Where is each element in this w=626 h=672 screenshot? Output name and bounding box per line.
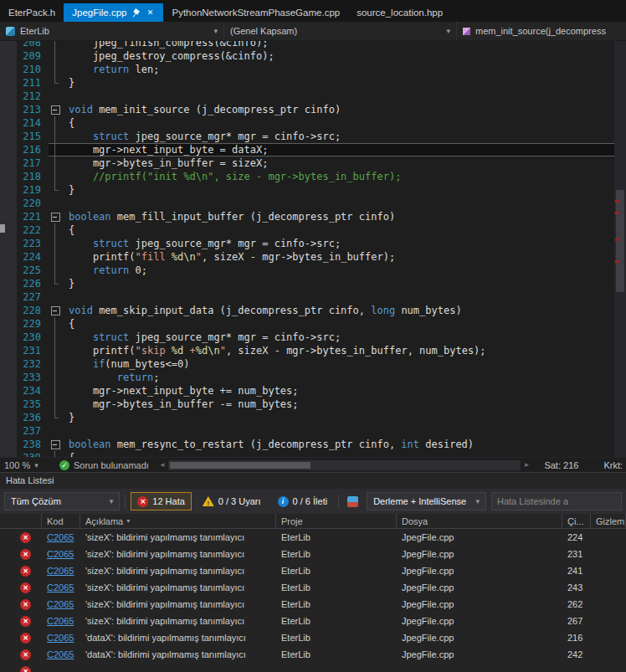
breakpoint-margin[interactable] <box>0 438 17 451</box>
error-row[interactable]: C2065'sizeX': bildirimi yapılmamış tanım… <box>0 562 626 579</box>
error-row[interactable]: C2065'sizeX': bildirimi yapılmamış tanım… <box>0 546 626 562</box>
pin-icon[interactable] <box>130 7 142 19</box>
code-line-216[interactable]: 216 mgr->next_input_byte = dataX; <box>0 143 614 156</box>
breakpoint-margin[interactable] <box>0 49 17 63</box>
header-code[interactable]: Kod <box>42 514 80 528</box>
fold-toggle-icon[interactable] <box>49 210 62 223</box>
header-file[interactable]: Dosya <box>397 514 562 528</box>
breakpoint-margin[interactable] <box>0 331 17 344</box>
breakpoint-margin[interactable] <box>0 197 17 210</box>
scope-filter-dropdown[interactable]: Tüm Çözüm ▾ <box>4 492 120 510</box>
header-suppression[interactable]: Gizlem... <box>591 514 626 528</box>
code-line-228[interactable]: 228void mem_skip_input_data (j_decompres… <box>0 304 614 317</box>
code-line-227[interactable]: 227 <box>0 290 614 304</box>
code-line-231[interactable]: 231 printf("skip %d +%d\n", sizeX - mgr-… <box>0 344 614 357</box>
breakpoint-margin[interactable] <box>0 170 17 183</box>
warnings-filter-button[interactable]: 0 / 3 Uyarı <box>197 492 267 510</box>
error-row[interactable]: C2065'sizeX': bildirimi yapılmamış tanım… <box>0 529 626 546</box>
error-list-panel-title[interactable]: Hata Listesi <box>0 472 626 489</box>
breakpoint-margin[interactable] <box>0 130 17 143</box>
code-line-213[interactable]: 213void mem_init_source (j_decompress_pt… <box>0 103 614 116</box>
code-line-237[interactable]: 237 <box>0 424 614 438</box>
error-code-link[interactable]: C2065 <box>47 566 74 576</box>
fold-toggle-icon[interactable] <box>49 103 62 116</box>
navbar-scope-dropdown[interactable]: (Genel Kapsam) ▾ <box>224 22 457 40</box>
breakpoint-margin[interactable] <box>0 76 17 90</box>
breakpoint-margin[interactable] <box>0 451 17 457</box>
breakpoint-margin[interactable] <box>0 384 17 398</box>
close-icon[interactable] <box>145 8 155 18</box>
code-line-214[interactable]: 214{ <box>0 116 614 130</box>
error-code-link[interactable]: C2065 <box>47 616 74 626</box>
code-line-232[interactable]: 232 if(num_bytes<=0) <box>0 357 614 371</box>
error-row[interactable]: C2065'sizeX': bildirimi yapılmamış tanım… <box>0 613 626 629</box>
breakpoint-margin[interactable] <box>0 357 17 371</box>
code-line-220[interactable]: 220 <box>0 197 614 210</box>
code-line-209[interactable]: 209 jpeg_destroy_compress(&cinfo); <box>0 49 614 63</box>
scroll-right-arrow-icon[interactable]: ► <box>521 461 532 469</box>
header-description[interactable]: Açıklama▾ <box>80 514 276 528</box>
scroll-left-arrow-icon[interactable]: ◄ <box>156 461 168 469</box>
editor-vertical-scrollbar[interactable] <box>614 41 626 457</box>
code-line-221[interactable]: 221boolean mem_fill_input_buffer (j_deco… <box>0 210 614 223</box>
horizontal-scrollbar[interactable] <box>168 460 521 470</box>
breakpoint-margin[interactable] <box>0 424 17 438</box>
error-code-link[interactable]: C2065 <box>47 649 74 659</box>
errors-filter-button[interactable]: 12 Hata <box>131 492 192 510</box>
breakpoint-margin[interactable] <box>0 63 17 76</box>
breakpoint-margin[interactable] <box>0 277 17 290</box>
code-line-211[interactable]: 211} <box>0 76 614 90</box>
zoom-control[interactable]: 100 % ▾ <box>0 460 52 470</box>
code-line-219[interactable]: 219} <box>0 183 614 197</box>
code-line-210[interactable]: 210 return len; <box>0 63 614 76</box>
code-line-236[interactable]: 236} <box>0 411 614 424</box>
code-editor[interactable]: 208 jpeg_finish_compress(&cinfo);209 jpe… <box>0 41 626 457</box>
breakpoint-margin[interactable] <box>0 371 17 384</box>
breakpoint-margin[interactable] <box>0 143 17 156</box>
tab-jpegfile.cpp[interactable]: JpegFile.cpp <box>64 3 163 22</box>
header-project[interactable]: Proje <box>276 514 397 528</box>
code-line-222[interactable]: 222{ <box>0 223 614 237</box>
code-line-226[interactable]: 226} <box>0 277 614 290</box>
breakpoint-margin[interactable] <box>0 304 17 317</box>
breakpoint-margin[interactable] <box>0 116 17 130</box>
breakpoint-margin[interactable] <box>0 237 17 250</box>
navbar-project-dropdown[interactable]: EterLib ▾ <box>0 22 224 40</box>
code-line-218[interactable]: 218 //printf("init %d\n", size - mgr->by… <box>0 170 614 183</box>
error-code-link[interactable]: C2065 <box>47 582 74 592</box>
breakpoint-margin[interactable] <box>0 250 17 264</box>
tab-pythonnetworkstreamphasegame.cpp[interactable]: PythonNetworkStreamPhaseGame.cpp <box>163 3 348 22</box>
code-line-224[interactable]: 224 printf("fill %d\n", sizeX - mgr->byt… <box>0 250 614 264</box>
toolbar-extra-icon-button[interactable] <box>344 492 362 510</box>
code-line-238[interactable]: 238boolean mem_resync_to_restart (j_deco… <box>0 438 614 451</box>
error-code-link[interactable]: C2065 <box>47 549 74 559</box>
code-line-225[interactable]: 225 return 0; <box>0 264 614 277</box>
error-search-input[interactable] <box>492 496 621 506</box>
tab-source_location.hpp[interactable]: source_location.hpp <box>348 3 451 22</box>
breakpoint-margin[interactable] <box>0 398 17 411</box>
breakpoint-margin[interactable] <box>0 41 17 49</box>
code-line-208[interactable]: 208 jpeg_finish_compress(&cinfo); <box>0 41 614 49</box>
error-row[interactable]: C2065'dataX': bildirimi yapılmamış tanım… <box>0 629 626 646</box>
breakpoint-margin[interactable] <box>0 290 17 304</box>
scrollbar-thumb[interactable] <box>170 462 310 469</box>
breakpoint-margin[interactable] <box>0 183 17 197</box>
error-row[interactable]: C2065'sizeX': bildirimi yapılmamış tanım… <box>0 596 626 613</box>
breakpoint-margin[interactable] <box>0 344 17 357</box>
code-line-212[interactable]: 212 <box>0 90 614 103</box>
breakpoint-margin[interactable] <box>0 210 17 223</box>
breakpoint-margin[interactable] <box>0 90 17 103</box>
breakpoint-margin[interactable] <box>0 317 17 331</box>
header-severity[interactable] <box>0 514 42 528</box>
tab-eterpack.h[interactable]: EterPack.h <box>0 3 64 22</box>
breakpoint-margin[interactable] <box>0 264 17 277</box>
breakpoint-margin[interactable] <box>0 103 17 116</box>
scrollbar-thumb[interactable] <box>616 190 624 292</box>
code-line-235[interactable]: 235 mgr->bytes_in_buffer -= num_bytes; <box>0 398 614 411</box>
header-line[interactable]: Çi... <box>562 514 591 528</box>
error-code-link[interactable]: C2065 <box>47 532 74 542</box>
breakpoint-margin[interactable] <box>0 411 17 424</box>
error-row[interactable]: C2065'sizeX': bildirimi yapılmamış tanım… <box>0 579 626 596</box>
code-line-215[interactable]: 215 struct jpeg_source_mgr* mgr = cinfo-… <box>0 130 614 143</box>
code-line-229[interactable]: 229{ <box>0 317 614 331</box>
